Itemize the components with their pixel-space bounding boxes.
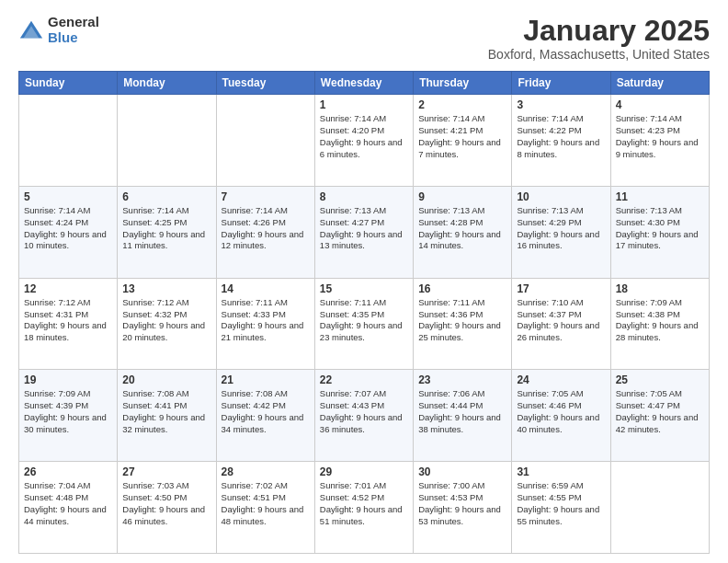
day-number: 10 <box>517 190 605 203</box>
table-row: 23Sunrise: 7:06 AM Sunset: 4:44 PM Dayli… <box>414 370 512 462</box>
day-number: 4 <box>616 98 704 111</box>
table-row: 17Sunrise: 7:10 AM Sunset: 4:37 PM Dayli… <box>512 278 610 370</box>
day-info: Sunrise: 7:12 AM Sunset: 4:31 PM Dayligh… <box>24 297 112 344</box>
table-row: 24Sunrise: 7:05 AM Sunset: 4:46 PM Dayli… <box>512 370 610 462</box>
day-info: Sunrise: 7:13 AM Sunset: 4:28 PM Dayligh… <box>418 205 506 252</box>
table-row: 26Sunrise: 7:04 AM Sunset: 4:48 PM Dayli… <box>19 462 118 554</box>
day-number: 8 <box>320 190 408 203</box>
table-row: 16Sunrise: 7:11 AM Sunset: 4:36 PM Dayli… <box>414 278 512 370</box>
day-number: 31 <box>517 465 605 478</box>
table-row: 22Sunrise: 7:07 AM Sunset: 4:43 PM Dayli… <box>314 370 413 462</box>
location-title: Boxford, Massachusetts, United States <box>488 47 710 62</box>
day-number: 14 <box>222 282 310 295</box>
day-info: Sunrise: 7:14 AM Sunset: 4:21 PM Dayligh… <box>418 113 506 160</box>
calendar-week-2: 5Sunrise: 7:14 AM Sunset: 4:24 PM Daylig… <box>19 186 710 278</box>
day-number: 28 <box>222 465 310 478</box>
day-info: Sunrise: 7:03 AM Sunset: 4:50 PM Dayligh… <box>122 480 210 527</box>
header-friday: Friday <box>512 72 610 95</box>
header-monday: Monday <box>118 72 216 95</box>
calendar-table: Sunday Monday Tuesday Wednesday Thursday… <box>18 71 710 554</box>
logo: General Blue <box>18 15 99 45</box>
table-row: 27Sunrise: 7:03 AM Sunset: 4:50 PM Dayli… <box>118 462 216 554</box>
day-info: Sunrise: 7:08 AM Sunset: 4:41 PM Dayligh… <box>122 388 210 435</box>
table-row: 20Sunrise: 7:08 AM Sunset: 4:41 PM Dayli… <box>118 370 216 462</box>
day-number: 18 <box>616 282 704 295</box>
day-info: Sunrise: 7:14 AM Sunset: 4:20 PM Dayligh… <box>320 113 408 160</box>
logo-icon <box>18 17 44 43</box>
day-info: Sunrise: 7:05 AM Sunset: 4:46 PM Dayligh… <box>517 388 605 435</box>
table-row: 30Sunrise: 7:00 AM Sunset: 4:53 PM Dayli… <box>414 462 512 554</box>
header-sunday: Sunday <box>19 72 118 95</box>
day-info: Sunrise: 7:13 AM Sunset: 4:30 PM Dayligh… <box>616 205 704 252</box>
table-row: 14Sunrise: 7:11 AM Sunset: 4:33 PM Dayli… <box>216 278 314 370</box>
day-info: Sunrise: 7:09 AM Sunset: 4:39 PM Dayligh… <box>24 388 112 435</box>
header: General Blue January 2025 Boxford, Massa… <box>18 15 710 62</box>
day-info: Sunrise: 7:00 AM Sunset: 4:53 PM Dayligh… <box>418 480 506 527</box>
page: General Blue January 2025 Boxford, Massa… <box>0 0 728 563</box>
logo-general-text: General <box>48 15 99 30</box>
day-number: 3 <box>517 98 605 111</box>
table-row: 4Sunrise: 7:14 AM Sunset: 4:23 PM Daylig… <box>610 95 709 187</box>
day-info: Sunrise: 7:06 AM Sunset: 4:44 PM Dayligh… <box>418 388 506 435</box>
day-info: Sunrise: 6:59 AM Sunset: 4:55 PM Dayligh… <box>517 480 605 527</box>
table-row: 3Sunrise: 7:14 AM Sunset: 4:22 PM Daylig… <box>512 95 610 187</box>
header-wednesday: Wednesday <box>314 72 413 95</box>
day-number: 12 <box>24 282 112 295</box>
calendar-week-3: 12Sunrise: 7:12 AM Sunset: 4:31 PM Dayli… <box>19 278 710 370</box>
day-info: Sunrise: 7:04 AM Sunset: 4:48 PM Dayligh… <box>24 480 112 527</box>
day-info: Sunrise: 7:11 AM Sunset: 4:33 PM Dayligh… <box>222 297 310 344</box>
day-info: Sunrise: 7:11 AM Sunset: 4:35 PM Dayligh… <box>320 297 408 344</box>
table-row: 21Sunrise: 7:08 AM Sunset: 4:42 PM Dayli… <box>216 370 314 462</box>
logo-blue-text: Blue <box>48 30 99 46</box>
day-info: Sunrise: 7:12 AM Sunset: 4:32 PM Dayligh… <box>122 297 210 344</box>
day-info: Sunrise: 7:09 AM Sunset: 4:38 PM Dayligh… <box>616 297 704 344</box>
calendar-week-4: 19Sunrise: 7:09 AM Sunset: 4:39 PM Dayli… <box>19 370 710 462</box>
table-row: 31Sunrise: 6:59 AM Sunset: 4:55 PM Dayli… <box>512 462 610 554</box>
table-row: 2Sunrise: 7:14 AM Sunset: 4:21 PM Daylig… <box>414 95 512 187</box>
calendar-week-5: 26Sunrise: 7:04 AM Sunset: 4:48 PM Dayli… <box>19 462 710 554</box>
day-number: 22 <box>320 373 408 386</box>
day-number: 13 <box>122 282 210 295</box>
table-row: 28Sunrise: 7:02 AM Sunset: 4:51 PM Dayli… <box>216 462 314 554</box>
day-number: 26 <box>24 465 112 478</box>
day-number: 20 <box>122 373 210 386</box>
day-info: Sunrise: 7:14 AM Sunset: 4:23 PM Dayligh… <box>616 113 704 160</box>
day-number: 27 <box>122 465 210 478</box>
table-row: 6Sunrise: 7:14 AM Sunset: 4:25 PM Daylig… <box>118 186 216 278</box>
table-row: 15Sunrise: 7:11 AM Sunset: 4:35 PM Dayli… <box>314 278 413 370</box>
day-info: Sunrise: 7:13 AM Sunset: 4:27 PM Dayligh… <box>320 205 408 252</box>
table-row <box>118 95 216 187</box>
table-row: 7Sunrise: 7:14 AM Sunset: 4:26 PM Daylig… <box>216 186 314 278</box>
day-info: Sunrise: 7:01 AM Sunset: 4:52 PM Dayligh… <box>320 480 408 527</box>
day-number: 7 <box>222 190 310 203</box>
day-info: Sunrise: 7:07 AM Sunset: 4:43 PM Dayligh… <box>320 388 408 435</box>
table-row <box>216 95 314 187</box>
table-row: 29Sunrise: 7:01 AM Sunset: 4:52 PM Dayli… <box>314 462 413 554</box>
calendar-week-1: 1Sunrise: 7:14 AM Sunset: 4:20 PM Daylig… <box>19 95 710 187</box>
title-block: January 2025 Boxford, Massachusetts, Uni… <box>488 15 710 62</box>
day-info: Sunrise: 7:10 AM Sunset: 4:37 PM Dayligh… <box>517 297 605 344</box>
table-row: 8Sunrise: 7:13 AM Sunset: 4:27 PM Daylig… <box>314 186 413 278</box>
day-info: Sunrise: 7:14 AM Sunset: 4:25 PM Dayligh… <box>122 205 210 252</box>
day-number: 19 <box>24 373 112 386</box>
day-number: 2 <box>418 98 506 111</box>
calendar-header-row: Sunday Monday Tuesday Wednesday Thursday… <box>19 72 710 95</box>
table-row: 25Sunrise: 7:05 AM Sunset: 4:47 PM Dayli… <box>610 370 709 462</box>
day-info: Sunrise: 7:13 AM Sunset: 4:29 PM Dayligh… <box>517 205 605 252</box>
logo-text: General Blue <box>48 15 99 45</box>
table-row: 1Sunrise: 7:14 AM Sunset: 4:20 PM Daylig… <box>314 95 413 187</box>
table-row <box>19 95 118 187</box>
day-number: 25 <box>616 373 704 386</box>
day-number: 23 <box>418 373 506 386</box>
day-number: 29 <box>320 465 408 478</box>
table-row: 19Sunrise: 7:09 AM Sunset: 4:39 PM Dayli… <box>19 370 118 462</box>
day-number: 6 <box>122 190 210 203</box>
day-number: 17 <box>517 282 605 295</box>
month-title: January 2025 <box>488 15 710 47</box>
day-info: Sunrise: 7:05 AM Sunset: 4:47 PM Dayligh… <box>616 388 704 435</box>
day-info: Sunrise: 7:14 AM Sunset: 4:22 PM Dayligh… <box>517 113 605 160</box>
day-number: 24 <box>517 373 605 386</box>
day-info: Sunrise: 7:08 AM Sunset: 4:42 PM Dayligh… <box>222 388 310 435</box>
day-number: 30 <box>418 465 506 478</box>
header-tuesday: Tuesday <box>216 72 314 95</box>
